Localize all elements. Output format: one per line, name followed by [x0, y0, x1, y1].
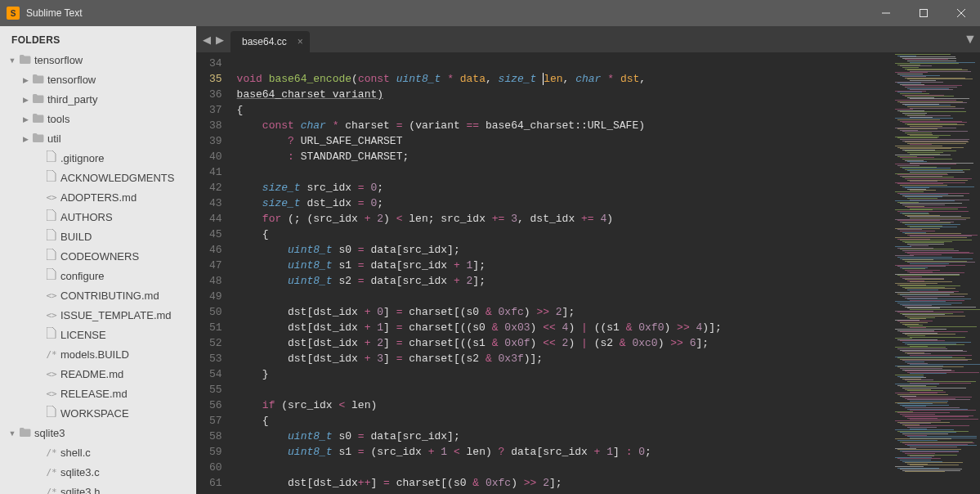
nav-back-icon[interactable]: ◀	[203, 34, 211, 46]
tree-item[interactable]: /*models.BUILD	[0, 345, 196, 365]
file-icon	[44, 150, 59, 167]
line-number: 57	[209, 413, 222, 429]
tree-item[interactable]: ▶third_party	[0, 90, 196, 110]
tree-item-label: ISSUE_TEMPLATE.md	[59, 308, 172, 324]
disclosure-right-icon[interactable]: ▶	[20, 131, 31, 147]
code-line: uint8_t s1 = data[src_idx + 1];	[237, 258, 890, 273]
tree-item[interactable]: BUILD	[0, 227, 196, 247]
code-line: void base64_encode(const uint8_t * data,…	[237, 71, 890, 87]
code-icon: /*	[44, 484, 59, 494]
tree-item-label: LICENSE	[59, 327, 106, 344]
close-button[interactable]	[942, 0, 980, 26]
tree-item[interactable]: LICENSE	[0, 326, 196, 345]
file-icon	[44, 249, 59, 265]
disclosure-right-icon[interactable]: ▶	[20, 92, 31, 108]
tree-item[interactable]: ▶tensorflow	[0, 70, 196, 90]
tree-item[interactable]: AUTHORS	[0, 208, 196, 227]
tree-item-label: configure	[59, 268, 104, 285]
tree-item[interactable]: ▼tensorflow	[0, 51, 196, 70]
minimap-line	[910, 254, 942, 255]
md-icon: <>	[44, 190, 59, 206]
tree-item[interactable]: <>ADOPTERS.md	[0, 188, 196, 208]
tree-item[interactable]: <>RELEASE.md	[0, 384, 196, 404]
code-area[interactable]: void base64_encode(const uint8_t * data,…	[230, 52, 890, 494]
code-line: {	[237, 413, 890, 429]
tree-item[interactable]: <>CONTRIBUTING.md	[0, 286, 196, 306]
file-icon	[44, 170, 59, 186]
tree-item-label: tensorflow	[46, 72, 96, 88]
minimap[interactable]	[890, 52, 980, 494]
tree-item[interactable]: ACKNOWLEDGMENTS	[0, 168, 196, 188]
code-line: base64_charset variant)	[237, 87, 890, 102]
tab-bar: ◀ ▶ base64.cc × ▼	[196, 26, 980, 52]
line-number: 61	[209, 475, 222, 491]
tab-overflow-icon[interactable]: ▼	[960, 26, 980, 52]
svg-rect-1	[920, 10, 928, 17]
code-line: dst[dst_idx++] = charset[(s0 & 0xfc) >> …	[237, 475, 890, 491]
nav-arrows: ◀ ▶	[196, 26, 230, 52]
line-number: 47	[209, 258, 222, 273]
tree-item[interactable]: ▼sqlite3	[0, 424, 196, 443]
tab-label: base64.cc	[242, 36, 287, 47]
tree-item[interactable]: WORKSPACE	[0, 404, 196, 424]
file-icon	[44, 229, 59, 245]
tree-item-label: RELEASE.md	[59, 386, 128, 402]
tree-item-label: WORKSPACE	[59, 406, 129, 422]
editor-body[interactable]: 3435363738394041424344454647484950515253…	[196, 52, 980, 494]
line-number: 46	[209, 242, 222, 258]
tree-item[interactable]: configure	[0, 267, 196, 286]
disclosure-right-icon[interactable]: ▶	[20, 111, 31, 128]
code-line: for (; (src_idx + 2) < len; src_idx += 3…	[237, 211, 890, 227]
tab-close-icon[interactable]: ×	[298, 36, 303, 47]
code-line: const char * charset = (variant == base6…	[237, 118, 890, 133]
line-number: 51	[209, 320, 222, 335]
code-line: dst[dst_idx + 1] = charset[((s0 & 0x03) …	[237, 320, 890, 335]
md-icon: <>	[44, 386, 59, 402]
disclosure-down-icon[interactable]: ▼	[7, 425, 18, 442]
tree-item-label: ACKNOWLEDGMENTS	[59, 170, 174, 186]
code-line	[237, 56, 890, 71]
file-icon	[44, 406, 59, 422]
code-line	[237, 382, 890, 397]
folder-tree: ▼tensorflow▶tensorflow▶third_party▶tools…	[0, 51, 196, 494]
file-icon	[44, 327, 59, 344]
tree-item-label: tensorflow	[33, 52, 83, 69]
line-number: 44	[209, 211, 222, 227]
tree-item[interactable]: .gitignore	[0, 149, 196, 168]
nav-forward-icon[interactable]: ▶	[216, 34, 224, 46]
line-number: 49	[209, 289, 222, 304]
window-controls	[867, 0, 980, 26]
line-number: 58	[209, 429, 222, 444]
folder-icon	[31, 72, 46, 88]
code-line: uint8_t s2 = data[src_idx + 2];	[237, 273, 890, 289]
line-number: 41	[209, 164, 222, 180]
code-line: if (src_idx < len)	[237, 397, 890, 413]
minimize-button[interactable]	[867, 0, 905, 26]
tree-item[interactable]: /*shell.c	[0, 443, 196, 463]
code-line: dst[dst_idx + 3] = charset[(s2 & 0x3f)];	[237, 351, 890, 366]
tree-item[interactable]: ▶tools	[0, 110, 196, 129]
tree-item[interactable]: <>ISSUE_TEMPLATE.md	[0, 306, 196, 326]
tree-item[interactable]: CODEOWNERS	[0, 247, 196, 267]
md-icon: <>	[44, 308, 59, 324]
tab-active[interactable]: base64.cc ×	[230, 31, 310, 52]
window-title: Sublime Text	[26, 7, 867, 19]
line-number: 55	[209, 382, 222, 397]
minimap-line	[910, 447, 957, 447]
md-icon: <>	[44, 288, 59, 304]
tree-item[interactable]: /*sqlite3.c	[0, 463, 196, 483]
tree-item[interactable]: ▶util	[0, 129, 196, 149]
tree-item-label: sqlite3.c	[59, 465, 100, 481]
code-icon: /*	[44, 347, 59, 363]
line-number: 42	[209, 180, 222, 195]
tree-item[interactable]: <>README.md	[0, 365, 196, 384]
line-number-gutter: 3435363738394041424344454647484950515253…	[196, 52, 230, 494]
code-line	[237, 460, 890, 475]
md-icon: <>	[44, 366, 59, 383]
tree-item-label: .gitignore	[59, 150, 104, 167]
disclosure-down-icon[interactable]: ▼	[7, 52, 18, 69]
tree-item[interactable]: /*sqlite3.h	[0, 483, 196, 494]
minimap-line	[910, 245, 929, 246]
maximize-button[interactable]	[905, 0, 942, 26]
disclosure-right-icon[interactable]: ▶	[20, 72, 31, 88]
